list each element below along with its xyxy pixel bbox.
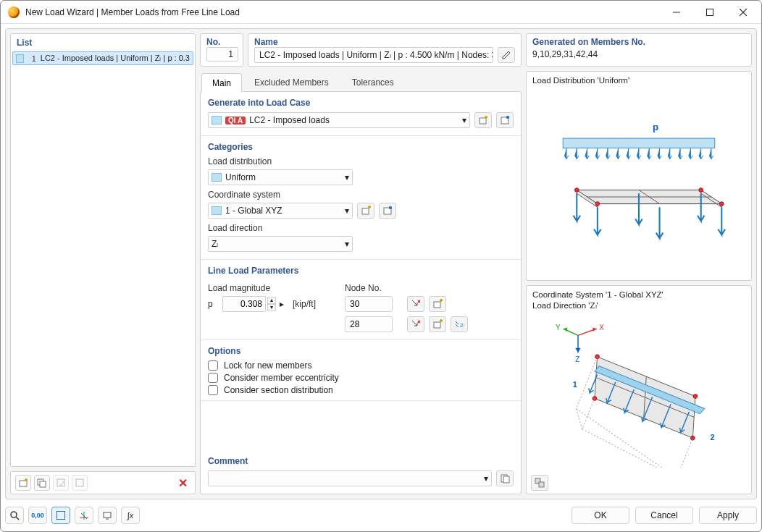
members-value: 9,10,29,31,42,44	[527, 47, 751, 62]
svg-rect-9	[362, 208, 369, 214]
load-distribution-value: Uniform	[225, 172, 342, 182]
load-direction-combo[interactable]: Zₗ ▾	[208, 236, 353, 252]
coordinate-system-combo[interactable]: 1 - Global XYZ ▾	[208, 203, 353, 219]
workspace: List 1 LC2 - Imposed loads | Uniform | Z…	[5, 28, 757, 499]
edit-name-button[interactable]	[498, 47, 515, 63]
close-button[interactable]	[727, 1, 760, 24]
load-case-header: Generate into Load Case	[208, 98, 514, 108]
name-value[interactable]: LC2 - Imposed loads | Uniform | Zₗ | p :…	[254, 47, 493, 63]
edit-coord-button[interactable]	[379, 203, 396, 219]
footer-tool-display[interactable]	[98, 507, 117, 524]
svg-line-45	[570, 409, 588, 429]
options-header: Options	[208, 346, 514, 356]
ok-button[interactable]: OK	[572, 507, 629, 524]
node-label: Node No.	[345, 283, 468, 293]
footer-tool-fx[interactable]: ∫x	[121, 507, 140, 524]
duplicate-item-button[interactable]	[34, 475, 50, 491]
p-stepper-extra-icon[interactable]: ▸	[280, 299, 284, 309]
list-tool-4-button[interactable]	[72, 475, 88, 491]
svg-rect-0	[707, 9, 713, 15]
node2-input[interactable]	[345, 316, 393, 332]
tab-tolerances[interactable]: Tolerances	[341, 72, 405, 91]
header-row: No. 1 Name LC2 - Imposed loads | Uniform…	[200, 33, 752, 67]
opt-eccentricity[interactable]: Consider member eccentricity	[208, 373, 514, 383]
chevron-down-icon: ▾	[345, 206, 349, 216]
svg-text:2×: 2×	[460, 322, 464, 329]
cancel-button[interactable]: Cancel	[635, 507, 693, 524]
footer-tool-units[interactable]: 0,00	[28, 507, 47, 524]
preview-tool-button[interactable]	[531, 475, 548, 491]
svg-rect-12	[434, 302, 440, 308]
tab-excluded-members[interactable]: Excluded Members	[243, 72, 340, 91]
node2-pick-button[interactable]	[407, 316, 424, 332]
new-item-button[interactable]	[15, 475, 31, 491]
tab-main[interactable]: Main	[201, 73, 242, 92]
no-value[interactable]: 1	[206, 47, 238, 62]
maximize-button[interactable]	[693, 1, 727, 24]
svg-rect-1	[20, 481, 27, 486]
footer-tool-search[interactable]	[5, 507, 24, 524]
p-stepper-down[interactable]: ▾	[267, 304, 276, 311]
preview-column: Load Distribution 'Uniform' p	[526, 71, 752, 494]
edit-load-case-button[interactable]	[496, 112, 514, 128]
name-label: Name	[248, 34, 521, 47]
list-tool-3-button[interactable]	[53, 475, 69, 491]
preview-coord-label1: Coordinate System '1 - Global XYZ'	[527, 286, 751, 300]
opt-lock[interactable]: Lock for new members	[208, 360, 514, 371]
comment-combo[interactable]: ▾	[208, 470, 492, 486]
section-options: Options Lock for new members Consider me…	[201, 340, 521, 401]
left-column: List 1 LC2 - Imposed loads | Uniform | Z…	[10, 33, 196, 494]
members-label: Generated on Members No.	[527, 34, 751, 47]
title-bar: New Load Wizard | Member Loads from Free…	[1, 1, 761, 24]
coordinate-system-label: Coordinate system	[208, 190, 514, 200]
opt-section-distribution[interactable]: Consider section distribution	[208, 385, 514, 395]
node1-input[interactable]	[345, 296, 393, 312]
svg-point-28	[699, 187, 703, 192]
preview-tools	[527, 472, 751, 494]
comment-edit-button[interactable]	[496, 470, 514, 486]
list-body[interactable]: 1 LC2 - Imposed loads | Uniform | Zₗ | p…	[11, 50, 195, 466]
main-column: No. 1 Name LC2 - Imposed loads | Uniform…	[200, 33, 752, 494]
footer-tool-axes[interactable]	[75, 507, 93, 524]
preview-p-label: p	[653, 121, 658, 132]
svg-point-30	[719, 201, 724, 206]
apply-button[interactable]: Apply	[699, 507, 757, 524]
preview-distribution: Load Distribution 'Uniform' p	[526, 71, 752, 281]
axis-z-label: Z	[575, 355, 579, 363]
load-distribution-combo[interactable]: Uniform ▾	[208, 169, 353, 185]
svg-point-8	[506, 116, 509, 119]
p-value-stepper[interactable]: ▴ ▾ ▸	[222, 296, 284, 312]
list-item-number: 1	[28, 54, 36, 63]
categories-header: Categories	[208, 142, 514, 152]
node2-multi-button[interactable]: 2×	[451, 316, 468, 332]
p-stepper-up[interactable]: ▴	[267, 297, 276, 304]
section-parameters: Line Load Parameters Load magnitude p	[201, 260, 521, 340]
svg-line-49	[16, 517, 19, 520]
app-icon	[8, 7, 20, 18]
new-load-case-button[interactable]	[474, 112, 492, 128]
new-coord-button[interactable]	[357, 203, 374, 219]
preview-coord: Coordinate System '1 - Global XYZ' Load …	[526, 285, 752, 495]
section-comment: Comment ▾	[201, 450, 521, 494]
load-case-combo[interactable]: QI A LC2 - Imposed loads ▾	[208, 112, 470, 128]
list-item-label: LC2 - Imposed loads | Uniform | Zₗ | p :…	[41, 54, 190, 63]
minimize-button[interactable]	[660, 1, 693, 24]
preview-point-1: 1	[573, 380, 577, 389]
p-value-input[interactable]	[222, 296, 266, 312]
checkbox-icon	[208, 360, 218, 371]
svg-rect-3	[40, 481, 46, 487]
list-item[interactable]: 1 LC2 - Imposed loads | Uniform | Zₗ | p…	[12, 51, 193, 65]
footer-tool-view[interactable]	[51, 507, 70, 524]
svg-rect-54	[104, 512, 111, 518]
no-box: No. 1	[200, 33, 243, 67]
delete-item-button[interactable]: ✕	[175, 475, 190, 491]
node1-pick-button[interactable]	[407, 296, 424, 312]
chevron-down-icon: ▾	[484, 473, 488, 484]
load-direction-label: Load direction	[208, 223, 514, 233]
node1-new-button[interactable]	[429, 296, 446, 312]
node2-new-button[interactable]	[429, 316, 446, 332]
p-symbol: p	[208, 299, 218, 309]
preview-distribution-canvas[interactable]: p	[527, 86, 751, 280]
preview-coord-canvas[interactable]: X Y Z	[527, 312, 751, 473]
checkbox-icon	[208, 373, 218, 383]
